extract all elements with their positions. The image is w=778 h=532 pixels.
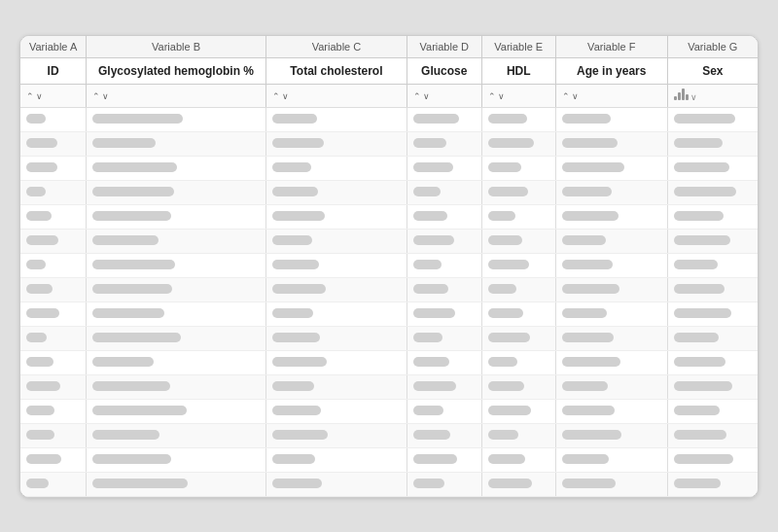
cell-0-10 — [20, 350, 87, 374]
variable-header-variable-a: Variable A — [20, 36, 87, 58]
sort-icon-6[interactable]: ∨ — [667, 84, 758, 107]
cell-2-6 — [265, 253, 407, 277]
cell-6-10 — [667, 350, 758, 374]
table-row — [20, 253, 758, 277]
cell-3-11 — [407, 374, 481, 399]
table-row — [20, 350, 758, 374]
cell-5-12 — [555, 399, 667, 423]
table-row — [20, 423, 758, 447]
cell-0-8 — [20, 301, 87, 326]
column-name-row: IDGlycosylated hemoglobin %Total cholest… — [20, 57, 758, 84]
icon-row[interactable]: ⌃∨⌃∨⌃∨⌃∨⌃∨⌃∨∨ — [20, 84, 758, 107]
cell-2-14 — [265, 447, 407, 472]
cell-3-1 — [407, 131, 481, 156]
sort-icon-4[interactable]: ⌃∨ — [481, 84, 555, 107]
cell-6-12 — [667, 399, 758, 423]
down-caret-icon: ∨ — [102, 92, 109, 101]
sort-icon-3[interactable]: ⌃∨ — [407, 84, 481, 107]
cell-6-9 — [667, 326, 758, 350]
data-table: Variable AVariable BVariable CVariable D… — [19, 35, 759, 498]
cell-1-6 — [87, 253, 266, 277]
cell-5-11 — [555, 374, 667, 399]
variable-header-row: Variable AVariable BVariable CVariable D… — [20, 36, 758, 58]
cell-2-13 — [265, 423, 407, 447]
cell-5-5 — [555, 229, 667, 253]
cell-4-9 — [481, 326, 555, 350]
cell-5-9 — [555, 326, 667, 350]
table-row — [20, 204, 758, 229]
cell-3-10 — [407, 350, 481, 374]
table-row — [20, 399, 758, 423]
variable-header-variable-g: Variable G — [667, 36, 758, 58]
sort-icon-label: ⌃∨ — [26, 92, 43, 101]
down-caret-icon: ∨ — [282, 92, 289, 101]
cell-3-8 — [407, 301, 481, 326]
sort-icon-0[interactable]: ⌃∨ — [20, 84, 87, 107]
table-body — [20, 107, 758, 496]
cell-2-11 — [265, 374, 407, 399]
cell-4-11 — [481, 374, 555, 399]
cell-4-0 — [481, 107, 555, 131]
cell-6-8 — [667, 301, 758, 326]
chevron-down-icon: ∨ — [690, 92, 697, 102]
table-row — [20, 326, 758, 350]
cell-3-12 — [407, 399, 481, 423]
cell-5-8 — [555, 301, 667, 326]
cell-2-15 — [265, 472, 407, 496]
cell-5-13 — [555, 423, 667, 447]
cell-4-15 — [481, 472, 555, 496]
table: Variable AVariable BVariable CVariable D… — [20, 36, 758, 497]
sort-icon-label: ⌃∨ — [92, 92, 109, 101]
table-row — [20, 301, 758, 326]
cell-1-1 — [87, 131, 266, 156]
cell-3-7 — [407, 277, 481, 301]
cell-4-14 — [481, 447, 555, 472]
cell-1-9 — [87, 326, 266, 350]
cell-1-10 — [87, 350, 266, 374]
cell-5-15 — [555, 472, 667, 496]
cell-6-7 — [667, 277, 758, 301]
cell-3-2 — [407, 156, 481, 180]
cell-4-3 — [481, 180, 555, 204]
down-caret-icon: ∨ — [36, 92, 43, 101]
cell-3-4 — [407, 204, 481, 229]
cell-5-6 — [555, 253, 667, 277]
col-header-total-cholesterol: Total cholesterol — [265, 57, 407, 84]
cell-4-13 — [481, 423, 555, 447]
sort-icon-2[interactable]: ⌃∨ — [265, 84, 407, 107]
cell-3-14 — [407, 447, 481, 472]
cell-2-10 — [265, 350, 407, 374]
cell-4-1 — [481, 131, 555, 156]
cell-2-9 — [265, 326, 407, 350]
cell-1-12 — [87, 399, 266, 423]
sort-icon-1[interactable]: ⌃∨ — [87, 84, 266, 107]
cell-3-9 — [407, 326, 481, 350]
cell-0-6 — [20, 253, 87, 277]
cell-3-0 — [407, 107, 481, 131]
table-row — [20, 107, 758, 131]
cell-5-14 — [555, 447, 667, 472]
cell-6-5 — [667, 229, 758, 253]
cell-5-2 — [555, 156, 667, 180]
cell-1-14 — [87, 447, 266, 472]
down-caret-icon: ∨ — [498, 92, 505, 101]
cell-0-12 — [20, 399, 87, 423]
cell-2-7 — [265, 277, 407, 301]
cell-1-8 — [87, 301, 266, 326]
cell-1-0 — [87, 107, 266, 131]
cell-2-4 — [265, 204, 407, 229]
cell-2-12 — [265, 399, 407, 423]
cell-0-11 — [20, 374, 87, 399]
sort-icon-5[interactable]: ⌃∨ — [555, 84, 667, 107]
cell-6-3 — [667, 180, 758, 204]
cell-4-8 — [481, 301, 555, 326]
table-row — [20, 447, 758, 472]
cell-5-10 — [555, 350, 667, 374]
col-header-glycosylated-hemoglobin-pct: Glycosylated hemoglobin % — [87, 57, 266, 84]
sort-icon-label: ⌃∨ — [562, 92, 579, 101]
cell-3-6 — [407, 253, 481, 277]
down-caret-icon: ∨ — [572, 92, 579, 101]
col-header-age-in-years: Age in years — [555, 57, 667, 84]
col-header-hdl: HDL — [481, 57, 555, 84]
table-row — [20, 229, 758, 253]
